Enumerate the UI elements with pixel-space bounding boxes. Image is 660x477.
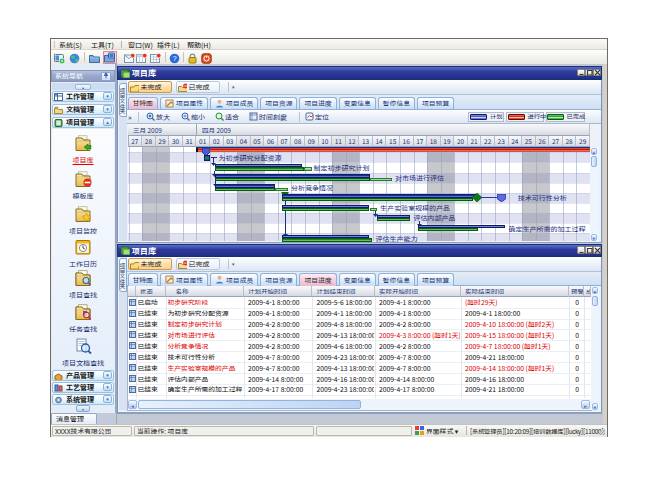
svg-text:?: ? bbox=[172, 54, 176, 63]
